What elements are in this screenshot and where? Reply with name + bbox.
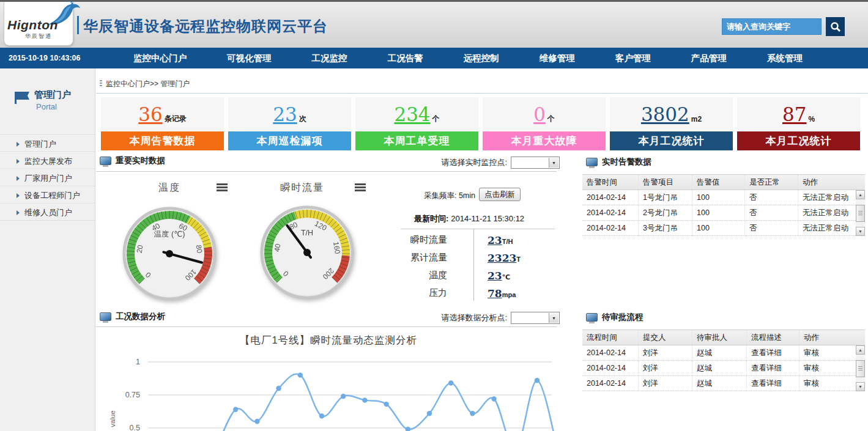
- stat-value-link[interactable]: 3802: [641, 103, 689, 125]
- svg-text:T/H: T/H: [301, 229, 313, 237]
- stat-cards-row: 36条记录本周告警数据23次本周巡检漏项234个本周工单受理0个本月重大故障38…: [101, 97, 860, 150]
- app-title: 华辰智通设备远程监控物联网云平台: [83, 17, 328, 36]
- scroll-up-button[interactable]: ▲: [856, 190, 865, 199]
- table-cell: 无法正常启动: [798, 190, 856, 205]
- scroll-down-button[interactable]: ▼: [856, 382, 865, 391]
- svg-text:40: 40: [273, 243, 283, 252]
- stat-card-label[interactable]: 本月工况统计: [610, 131, 733, 150]
- stat-card-top: 23次: [228, 97, 351, 131]
- column-header: 是否正常: [745, 175, 798, 190]
- stat-value-link[interactable]: 87: [782, 103, 806, 125]
- stat-unit: 条记录: [165, 114, 187, 124]
- nav-item[interactable]: 维修管理: [540, 53, 575, 64]
- svg-text:20: 20: [135, 244, 145, 254]
- reading-value-link[interactable]: 23: [488, 270, 502, 282]
- nav-items: 监控中心门户可视化管理工况监控工况告警远程控制维修管理客户管理产品管理系统管理: [113, 48, 823, 68]
- monitor-icon: [100, 157, 111, 165]
- sidebar-item[interactable]: 厂家用户门户: [0, 169, 95, 186]
- stat-value-link[interactable]: 234: [394, 103, 430, 125]
- reading-unit: mpa: [502, 291, 516, 298]
- table-row: 2014-02-14刘洋赵城查看详细审核: [582, 345, 856, 361]
- stat-value-link[interactable]: 36: [138, 103, 162, 125]
- nav-item[interactable]: 工况监控: [312, 53, 347, 64]
- sidebar-item-label: 监控大屏发布: [24, 157, 72, 166]
- scrollbar-thumb[interactable]: [856, 360, 865, 377]
- analysis-point-select[interactable]: ▼: [511, 312, 560, 324]
- table-cell: 否: [745, 205, 798, 220]
- latest-time: 最新时间:2014-11-21 15:30:12: [414, 213, 524, 224]
- nav-item[interactable]: 系统管理: [767, 53, 803, 64]
- brand-name: Hignton: [7, 18, 58, 32]
- gauge-menu-icon[interactable]: [355, 183, 366, 191]
- nav-item[interactable]: 客户管理: [615, 53, 651, 64]
- action-link[interactable]: 审核: [799, 361, 856, 375]
- table-cell: 1号龙门吊: [639, 190, 692, 205]
- table-row: 2014-02-143号龙门吊100否无法正常启动: [582, 221, 856, 236]
- table-cell: 2014-02-14: [582, 376, 639, 391]
- grip-icon: [858, 211, 862, 215]
- monitor-point-select[interactable]: ▼: [511, 157, 560, 169]
- refresh-button[interactable]: 点击刷新: [479, 188, 521, 201]
- table-cell: 刘洋: [639, 361, 692, 375]
- scrollbar-track[interactable]: [856, 199, 865, 227]
- svg-text:value: value: [109, 410, 116, 427]
- table-cell: 2014-02-14: [582, 361, 639, 375]
- stat-unit: 个: [432, 114, 440, 124]
- main-nav: 2015-10-19 10:43:06 监控中心门户可视化管理工况监控工况告警远…: [0, 48, 868, 68]
- reading-row: 累计流量2323T: [384, 249, 521, 267]
- scroll-down-button[interactable]: ▼: [856, 227, 865, 236]
- nav-item[interactable]: 监控中心门户: [133, 53, 187, 64]
- chevron-right-icon: [17, 193, 20, 198]
- stat-card-label[interactable]: 本周告警数据: [101, 131, 224, 150]
- stat-card-top: 87%: [737, 97, 860, 131]
- scrollbar-thumb[interactable]: [856, 205, 865, 222]
- reading-value-link[interactable]: 78: [488, 287, 502, 300]
- chevron-right-icon: [17, 142, 20, 147]
- flow-line-chart: 10.750.5value: [96, 350, 561, 431]
- panel-title: 工况数据分析: [116, 311, 165, 322]
- column-header: 动作: [799, 330, 865, 345]
- scrollbar-track[interactable]: [856, 355, 865, 382]
- stat-card-label[interactable]: 本月工况统计: [737, 131, 860, 150]
- flow-gauge: 04080120160200T/H: [258, 204, 356, 301]
- sidebar: 管理门户 Portal 管理门户监控大屏发布厂家用户门户设备工程师门户维修人员门…: [0, 68, 95, 431]
- gauge-title-flow: 瞬时流量: [259, 182, 345, 194]
- stat-value-link[interactable]: 0: [533, 103, 546, 125]
- svg-text:1: 1: [136, 358, 140, 366]
- table-header: 流程时间提交人待审批人流程描述动作: [582, 330, 865, 345]
- gauge-title-temperature: 温度: [127, 182, 212, 194]
- action-link[interactable]: 审核: [799, 376, 856, 391]
- search-button[interactable]: [826, 17, 845, 36]
- action-link[interactable]: 查看详细: [747, 376, 799, 391]
- column-header: 动作: [798, 175, 865, 190]
- nav-item[interactable]: 工况告警: [388, 53, 423, 64]
- stat-card-label[interactable]: 本月重大故障: [483, 131, 606, 150]
- nav-item[interactable]: 远程控制: [464, 53, 499, 64]
- logo[interactable]: Hignton 华辰智通: [4, 2, 73, 46]
- action-link[interactable]: 查看详细: [747, 361, 799, 375]
- stat-unit: %: [808, 115, 815, 123]
- breadcrumb[interactable]: 监控中心门户>> 管理门户: [100, 79, 190, 89]
- stat-card-label[interactable]: 本周工单受理: [355, 131, 478, 150]
- search-input[interactable]: [722, 18, 822, 35]
- stat-value-link[interactable]: 23: [273, 103, 297, 125]
- reading-value-link[interactable]: 2323: [488, 252, 516, 264]
- stat-card-label[interactable]: 本周巡检漏项: [228, 131, 351, 150]
- table-cell: 100: [692, 205, 745, 220]
- scroll-up-button[interactable]: ▲: [856, 345, 865, 355]
- sidebar-item[interactable]: 维修人员门户: [0, 204, 95, 221]
- nav-item[interactable]: 可视化管理: [227, 53, 272, 64]
- nav-item[interactable]: 产品管理: [691, 53, 727, 64]
- analysis-panel-header: 工况数据分析: [100, 311, 165, 322]
- action-link[interactable]: 审核: [799, 345, 856, 360]
- reading-value-link[interactable]: 23: [488, 234, 502, 246]
- table-cell: 100: [692, 221, 745, 235]
- sidebar-item[interactable]: 设备工程师门户: [0, 186, 95, 204]
- table-cell: 100: [692, 190, 745, 205]
- title-separator: [77, 16, 79, 34]
- action-link[interactable]: 查看详细: [747, 345, 799, 360]
- svg-text:温度 (℃): 温度 (℃): [154, 230, 185, 238]
- sidebar-item[interactable]: 监控大屏发布: [0, 152, 95, 169]
- gauge-menu-icon[interactable]: [217, 183, 228, 191]
- sidebar-item[interactable]: 管理门户: [0, 135, 95, 152]
